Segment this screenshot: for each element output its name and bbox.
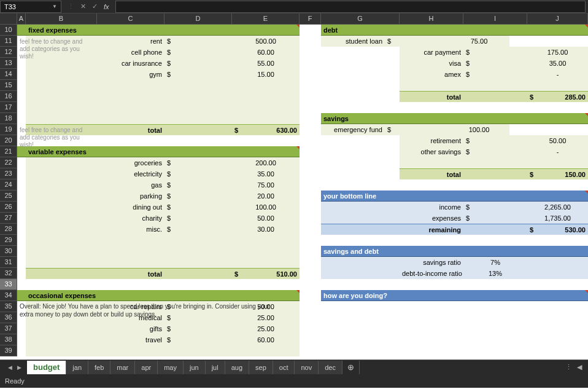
- how-header: how are you doing?: [321, 290, 400, 301]
- dropdown-icon[interactable]: ▼: [52, 4, 57, 9]
- scroll-left-icon[interactable]: ◀: [577, 363, 582, 371]
- row-header[interactable]: 32: [0, 268, 17, 279]
- row-header[interactable]: 26: [0, 202, 17, 213]
- sheet-tab-budget[interactable]: budget: [27, 361, 66, 374]
- grid-body[interactable]: fixed expenses debt rent $ 500.00 feel f…: [17, 25, 588, 360]
- row-header[interactable]: 31: [0, 257, 17, 268]
- row-header[interactable]: 36: [0, 312, 17, 323]
- col-header[interactable]: J: [527, 14, 588, 25]
- savings-debt-header: savings and debt: [321, 246, 400, 257]
- row-header[interactable]: 39: [0, 345, 17, 356]
- row-header[interactable]: 24: [0, 179, 17, 191]
- name-formula-bar: T33 ▼ ⋮ ✕ ✓ fx: [0, 0, 588, 14]
- status-bar: Ready: [0, 374, 588, 388]
- sheet-tab-jun[interactable]: jun: [184, 361, 206, 374]
- menu-icon[interactable]: ⋮: [565, 363, 572, 371]
- sheet-tab-may[interactable]: may: [158, 361, 184, 374]
- tab-first-icon[interactable]: ◀: [6, 363, 14, 372]
- occasional-expenses-header: occasional expenses: [26, 290, 97, 301]
- sheet-tab-sep[interactable]: sep: [249, 361, 273, 374]
- row-header[interactable]: 29: [0, 235, 17, 246]
- accept-icon[interactable]: ✓: [92, 2, 98, 10]
- sheet-tab-aug[interactable]: aug: [225, 361, 249, 374]
- col-header[interactable]: H: [400, 14, 463, 25]
- row-header[interactable]: 21: [0, 146, 17, 157]
- spreadsheet-area: A B C D E F G H I J 10111213141516171819…: [0, 14, 588, 360]
- row-header[interactable]: 18: [0, 113, 17, 124]
- col-header[interactable]: I: [463, 14, 527, 25]
- column-headers[interactable]: A B C D E F G H I J: [0, 14, 588, 25]
- row-header[interactable]: 13: [0, 58, 17, 69]
- separator-icon: ⋮: [68, 2, 74, 10]
- sheet-tab-jul[interactable]: jul: [206, 361, 225, 374]
- row-header[interactable]: 37: [0, 323, 17, 334]
- row-header[interactable]: 34: [0, 290, 17, 301]
- sheet-tab-feb[interactable]: feb: [88, 361, 110, 374]
- row-header[interactable]: 16: [0, 91, 17, 102]
- row-header[interactable]: 33: [0, 279, 17, 290]
- corner-cell[interactable]: [0, 14, 17, 25]
- sheet-tab-nov[interactable]: nov: [295, 361, 319, 374]
- status-text: Ready: [5, 377, 25, 385]
- cell-reference: T33: [4, 3, 16, 10]
- row-header[interactable]: 12: [0, 47, 17, 58]
- col-header[interactable]: E: [232, 14, 300, 25]
- row-header[interactable]: 28: [0, 224, 17, 235]
- row-header[interactable]: 20: [0, 135, 17, 146]
- tab-nav: ◀ ▶: [2, 363, 27, 372]
- col-header[interactable]: D: [164, 14, 232, 25]
- row-header[interactable]: 19: [0, 124, 17, 135]
- sheet-tab-apr[interactable]: apr: [135, 361, 158, 374]
- bottom-line-header: your bottom line: [321, 191, 400, 202]
- col-header[interactable]: F: [300, 14, 321, 25]
- row-header[interactable]: 38: [0, 334, 17, 345]
- fx-icon[interactable]: fx: [104, 3, 109, 10]
- add-sheet-icon[interactable]: ⊕: [342, 361, 360, 374]
- sheet-tab-oct[interactable]: oct: [273, 361, 295, 374]
- tab-next-icon[interactable]: ▶: [15, 363, 23, 372]
- savings-header: savings: [321, 113, 400, 124]
- row-headers[interactable]: 1011121314151617181920212223242526272829…: [0, 25, 17, 356]
- note-text: feel free to change and add categories a…: [17, 36, 95, 69]
- row-header[interactable]: 30: [0, 246, 17, 257]
- col-header[interactable]: G: [321, 14, 400, 25]
- row-header[interactable]: 14: [0, 69, 17, 80]
- row-header[interactable]: 27: [0, 213, 17, 224]
- col-header[interactable]: A: [17, 14, 26, 25]
- sheet-tab-jan[interactable]: jan: [66, 361, 88, 374]
- debt-header: debt: [321, 25, 400, 36]
- row-header[interactable]: 23: [0, 168, 17, 179]
- row-header[interactable]: 11: [0, 36, 17, 47]
- assessment-text: Overall: Nice job! You have a plan to sp…: [17, 301, 284, 323]
- row-header[interactable]: 25: [0, 191, 17, 202]
- row-header[interactable]: 10: [0, 25, 17, 36]
- formula-input[interactable]: [115, 1, 586, 13]
- tabs: budgetjanfebmaraprmayjunjulaugsepoctnovd…: [27, 361, 360, 374]
- fixed-expenses-header: fixed expenses: [26, 25, 97, 36]
- cancel-icon[interactable]: ✕: [80, 2, 86, 10]
- sheet-tab-mar[interactable]: mar: [110, 361, 135, 374]
- sheet-tab-dec[interactable]: dec: [319, 361, 342, 374]
- row-header[interactable]: 15: [0, 80, 17, 91]
- sheet-tab-bar: ◀ ▶ budgetjanfebmaraprmayjunjulaugsepoct…: [0, 360, 588, 374]
- name-box[interactable]: T33 ▼: [0, 1, 61, 13]
- label: rent: [97, 36, 164, 47]
- col-header[interactable]: C: [97, 14, 164, 25]
- row-header[interactable]: 22: [0, 157, 17, 168]
- row-header[interactable]: 35: [0, 301, 17, 312]
- row-header[interactable]: 17: [0, 102, 17, 113]
- col-header[interactable]: B: [26, 14, 97, 25]
